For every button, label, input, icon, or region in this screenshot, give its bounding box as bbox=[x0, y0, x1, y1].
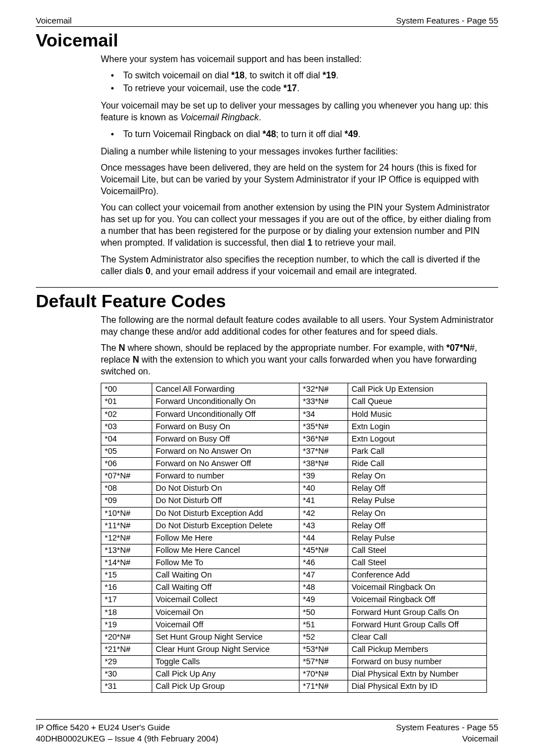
table-cell: *11*N# bbox=[101, 519, 152, 532]
table-cell: Follow Me Here bbox=[152, 532, 299, 544]
table-cell: Voicemail Off bbox=[152, 618, 299, 631]
table-cell: *20*N# bbox=[101, 631, 152, 643]
table-cell: *36*N# bbox=[299, 433, 348, 445]
table-row: *20*N#Set Hunt Group Night Service*52Cle… bbox=[101, 631, 487, 643]
table-cell: Forward Unconditionally On bbox=[152, 396, 299, 408]
table-row: *05Forward on No Answer On*37*N#Park Cal… bbox=[101, 445, 487, 457]
table-cell: *34 bbox=[299, 408, 348, 420]
table-cell: *04 bbox=[101, 433, 152, 445]
placeholder: N bbox=[119, 343, 125, 353]
term: Voicemail Ringback bbox=[180, 112, 259, 122]
table-cell: Park Call bbox=[348, 445, 487, 457]
table-cell: Do Not Disturb Off bbox=[152, 495, 299, 507]
table-cell: Call Pick Up Extension bbox=[348, 383, 487, 396]
table-cell: *32*N# bbox=[299, 383, 348, 396]
section-title-voicemail: Voicemail bbox=[36, 30, 498, 51]
table-cell: *57*N# bbox=[299, 656, 348, 668]
table-cell: Call Pickup Members bbox=[348, 643, 487, 655]
text: . bbox=[358, 129, 360, 139]
table-cell: Forward on Busy Off bbox=[152, 433, 299, 445]
code: *17 bbox=[283, 83, 297, 93]
table-cell: Forward on busy number bbox=[348, 656, 487, 668]
text: To turn Voicemail Ringback on dial bbox=[123, 129, 263, 139]
table-cell: Cancel All Forwarding bbox=[152, 383, 299, 396]
table-cell: Relay On bbox=[348, 470, 487, 482]
text: The bbox=[101, 343, 119, 353]
table-row: *08Do Not Disturb On*40Relay Off bbox=[101, 482, 487, 495]
table-cell: Relay Pulse bbox=[348, 495, 487, 507]
table-cell: Forward Hunt Group Calls On bbox=[348, 606, 487, 618]
table-cell: Clear Call bbox=[348, 631, 487, 643]
table-cell: *47 bbox=[299, 569, 348, 581]
table-cell: Voicemail Ringback On bbox=[348, 581, 487, 594]
table-cell: *31 bbox=[101, 680, 152, 693]
voicemail-intro: Where your system has voicemail support … bbox=[101, 53, 498, 65]
code: *18 bbox=[231, 71, 245, 80]
table-cell: Call Steel bbox=[348, 557, 487, 569]
table-row: *09Do Not Disturb Off*41Relay Pulse bbox=[101, 495, 487, 507]
feature-codes-table: *00Cancel All Forwarding*32*N#Call Pick … bbox=[101, 383, 487, 693]
table-cell: Relay Off bbox=[348, 519, 487, 532]
bullet-switch-voicemail: To switch voicemail on dial *18, to swit… bbox=[101, 69, 498, 81]
table-row: *03Forward on Busy On*35*N#Extn Login bbox=[101, 420, 487, 433]
voicemail-para2: Your voicemail may be set up to deliver … bbox=[101, 100, 498, 123]
table-cell: Forward on No Answer On bbox=[152, 445, 299, 457]
table-cell: *37*N# bbox=[299, 445, 348, 457]
table-row: *10*N#Do Not Disturb Exception Add*42Rel… bbox=[101, 507, 487, 519]
table-cell: *17 bbox=[101, 594, 152, 606]
table-cell: Clear Hunt Group Night Service bbox=[152, 643, 299, 655]
table-cell: Do Not Disturb Exception Add bbox=[152, 507, 299, 519]
table-cell: *48 bbox=[299, 581, 348, 594]
table-cell: Dial Physical Extn by ID bbox=[348, 680, 487, 693]
running-header: Voicemail System Features - Page 55 bbox=[36, 16, 498, 27]
table-cell: *07*N# bbox=[101, 470, 152, 482]
footer-page: System Features - Page 55 bbox=[396, 722, 498, 732]
table-cell: *18 bbox=[101, 606, 152, 618]
table-row: *02Forward Unconditionally Off*34Hold Mu… bbox=[101, 408, 487, 420]
table-cell: *70*N# bbox=[299, 668, 348, 680]
table-cell: *03 bbox=[101, 420, 152, 433]
document-page: Voicemail System Features - Page 55 Voic… bbox=[0, 0, 534, 756]
table-cell: *38*N# bbox=[299, 458, 348, 470]
table-cell: *43 bbox=[299, 519, 348, 532]
table-cell: *02 bbox=[101, 408, 152, 420]
code: *19 bbox=[322, 71, 336, 80]
table-cell: *00 bbox=[101, 383, 152, 396]
footer-left: IP Office 5420 + EU24 User's Guide 40DHB… bbox=[36, 722, 218, 744]
table-cell: Set Hunt Group Night Service bbox=[152, 631, 299, 643]
table-cell: *41 bbox=[299, 495, 348, 507]
table-row: *19Voicemail Off*51Forward Hunt Group Ca… bbox=[101, 618, 487, 631]
table-cell: Call Waiting On bbox=[152, 569, 299, 581]
table-cell: *35*N# bbox=[299, 420, 348, 433]
codes-body: The following are the normal default fea… bbox=[101, 314, 498, 693]
table-row: *16Call Waiting Off*48Voicemail Ringback… bbox=[101, 581, 487, 594]
table-cell: Forward Hunt Group Calls Off bbox=[348, 618, 487, 631]
text: Your voicemail may be set up to deliver … bbox=[101, 101, 488, 122]
table-cell: *06 bbox=[101, 458, 152, 470]
table-row: *29Toggle Calls*57*N#Forward on busy num… bbox=[101, 656, 487, 668]
table-cell: Forward Unconditionally Off bbox=[152, 408, 299, 420]
table-row: *11*N#Do Not Disturb Exception Delete*43… bbox=[101, 519, 487, 532]
table-cell: *16 bbox=[101, 581, 152, 594]
table-cell: Call Steel bbox=[348, 544, 487, 556]
table-cell: *05 bbox=[101, 445, 152, 457]
footer-section: Voicemail bbox=[462, 734, 498, 743]
footer-title: IP Office 5420 + EU24 User's Guide bbox=[36, 722, 170, 732]
table-row: *17Voicemail Collect*49Voicemail Ringbac… bbox=[101, 594, 487, 606]
table-cell: *21*N# bbox=[101, 643, 152, 655]
text: ; to turn it off dial bbox=[276, 129, 344, 139]
text: where shown, should be replaced by the a… bbox=[125, 343, 447, 353]
table-cell: Ride Call bbox=[348, 458, 487, 470]
table-row: *31Call Pick Up Group*71*N#Dial Physical… bbox=[101, 680, 487, 693]
table-row: *18Voicemail On*50Forward Hunt Group Cal… bbox=[101, 606, 487, 618]
table-cell: *12*N# bbox=[101, 532, 152, 544]
table-row: *06Forward on No Answer Off*38*N#Ride Ca… bbox=[101, 458, 487, 470]
table-cell: Follow Me To bbox=[152, 557, 299, 569]
codes-para1: The following are the normal default fea… bbox=[101, 314, 498, 337]
header-left: Voicemail bbox=[36, 16, 72, 25]
table-cell: Call Waiting Off bbox=[152, 581, 299, 594]
codes-para2: The N where shown, should be replaced by… bbox=[101, 342, 498, 377]
table-cell: *14*N# bbox=[101, 557, 152, 569]
text: , to switch it off dial bbox=[245, 71, 322, 80]
code: 0 bbox=[146, 266, 151, 276]
